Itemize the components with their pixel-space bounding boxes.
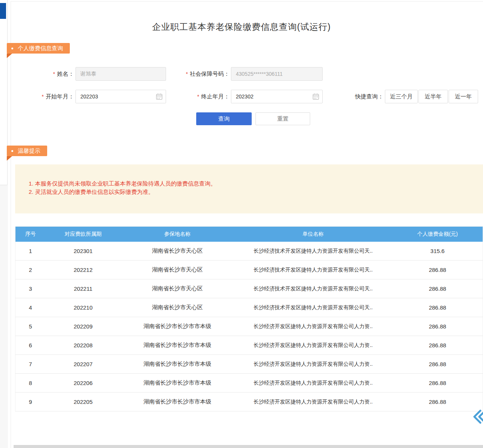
cell-employer: 长沙经济技术开发区捷特人力资源开发有限公司天.. <box>234 279 392 298</box>
cell-employer: 长沙经济开发区捷特人力资源开发有限公司人力资.. <box>234 393 392 411</box>
cell-seq: 6 <box>15 336 46 355</box>
header-amount: 个人缴费金额(元) <box>392 227 483 242</box>
tips-line-1: 1. 本服务仅提供尚未领取企业职工基本养老保险待遇人员的缴费信息查询。 <box>29 180 475 188</box>
calendar-icon[interactable] <box>155 93 163 100</box>
quick-query-label: 快捷查询： <box>340 90 383 103</box>
ssn-field[interactable] <box>231 67 323 81</box>
reset-button[interactable]: 重置 <box>255 112 310 125</box>
cell-insured-place: 湖南省长沙市长沙市市本级 <box>121 355 234 374</box>
table-row: 8 202206 湖南省长沙市长沙市市本级 长沙经济开发区捷特人力资源开发有限公… <box>15 374 483 393</box>
cell-insured-place: 湖南省长沙市天心区 <box>121 261 234 279</box>
double-chevron-left-icon[interactable] <box>470 408 483 425</box>
table-row: 1 202301 湖南省长沙市天心区 长沙经济技术开发区捷特人力资源开发有限公司… <box>15 242 483 261</box>
header-employer: 单位名称 <box>234 227 392 242</box>
table-row: 3 202211 湖南省长沙市天心区 长沙经济技术开发区捷特人力资源开发有限公司… <box>15 279 483 298</box>
cell-amount: 286.88 <box>392 336 483 355</box>
cell-amount: 286.88 <box>392 279 483 298</box>
cell-seq: 1 <box>15 242 46 261</box>
tips-notice-box: 1. 本服务仅提供尚未领取企业职工基本养老保险待遇人员的缴费信息查询。 2. 灵… <box>15 164 483 213</box>
start-month-label: *开始年月： <box>15 90 74 103</box>
sidebar-tab[interactable] <box>0 3 6 19</box>
cell-amount: 286.88 <box>392 298 483 317</box>
query-button[interactable]: 查询 <box>196 112 252 125</box>
cell-insured-place: 湖南省长沙市天心区 <box>121 279 234 298</box>
cell-amount: 286.88 <box>392 317 483 336</box>
cell-seq: 2 <box>15 261 46 279</box>
table-row: 6 202208 湖南省长沙市长沙市市本级 长沙经济开发区捷特人力资源开发有限公… <box>15 336 483 355</box>
bottom-scrollbar[interactable] <box>14 445 483 448</box>
cell-insured-place: 湖南省长沙市天心区 <box>121 298 234 317</box>
quick-option-last-3-months[interactable]: 近三个月 <box>385 90 418 103</box>
cell-insured-place: 湖南省长沙市长沙市市本级 <box>121 336 234 355</box>
header-insured-place: 参保地名称 <box>121 227 234 242</box>
payment-table: 序号 对应费款所属期 参保地名称 单位名称 个人缴费金额(元) 1 202301… <box>15 226 483 411</box>
cell-period: 202301 <box>45 242 121 261</box>
required-asterisk: * <box>197 94 199 100</box>
page-title: 企业职工基本养老保险缴费信息查询(试运行) <box>0 21 483 33</box>
cell-amount: 286.88 <box>392 355 483 374</box>
cell-amount: 286.88 <box>392 393 483 411</box>
cell-period: 202212 <box>45 261 121 279</box>
pension-query-page: 企业职工基本养老保险缴费信息查询(试运行) 个人缴费信息查询 *姓名： *社会保… <box>0 0 483 448</box>
ssn-label: *社会保障号码： <box>166 67 229 81</box>
end-month-field[interactable] <box>231 90 323 103</box>
section-badge-personal-query: 个人缴费信息查询 <box>7 43 70 54</box>
required-asterisk: * <box>42 94 44 100</box>
cell-period: 202206 <box>45 374 121 393</box>
required-asterisk: * <box>53 71 55 77</box>
bullet-dot-icon <box>11 48 13 49</box>
cell-employer: 长沙经济开发区捷特人力资源开发有限公司人力资.. <box>234 374 392 393</box>
cell-seq: 8 <box>15 374 46 393</box>
table-row: 2 202212 湖南省长沙市天心区 长沙经济技术开发区捷特人力资源开发有限公司… <box>15 261 483 279</box>
cell-period: 202207 <box>45 355 121 374</box>
left-rail-bottom <box>0 185 8 448</box>
cell-seq: 3 <box>15 279 46 298</box>
section-badge-tips: 温馨提示 <box>7 146 47 156</box>
cell-period: 202205 <box>45 393 121 411</box>
tips-line-2: 2. 灵活就业人员的缴费单位信息以实际缴费为准。 <box>29 188 475 196</box>
cell-employer: 长沙经济开发区捷特人力资源开发有限公司人力资.. <box>234 317 392 336</box>
header-seq: 序号 <box>15 227 46 242</box>
section-badge-label: 温馨提示 <box>18 147 40 154</box>
table-row: 7 202207 湖南省长沙市长沙市市本级 长沙经济开发区捷特人力资源开发有限公… <box>15 355 483 374</box>
table-header-row: 序号 对应费款所属期 参保地名称 单位名称 个人缴费金额(元) <box>15 227 483 242</box>
section-badge-label: 个人缴费信息查询 <box>18 45 63 51</box>
cell-insured-place: 湖南省长沙市长沙市市本级 <box>121 393 234 411</box>
quick-option-last-half-year[interactable]: 近半年 <box>418 90 448 103</box>
cell-employer: 长沙经济技术开发区捷特人力资源开发有限公司天.. <box>234 242 392 261</box>
table-row: 5 202209 湖南省长沙市长沙市市本级 长沙经济开发区捷特人力资源开发有限公… <box>15 317 483 336</box>
cell-seq: 4 <box>15 298 46 317</box>
cell-period: 202208 <box>45 336 121 355</box>
cell-employer: 长沙经济技术开发区捷特人力资源开发有限公司天.. <box>234 298 392 317</box>
cell-seq: 7 <box>15 355 46 374</box>
bullet-dot-icon <box>11 150 13 152</box>
cell-period: 202210 <box>45 298 121 317</box>
cell-period: 202211 <box>45 279 121 298</box>
header-period: 对应费款所属期 <box>45 227 121 242</box>
table-row: 4 202210 湖南省长沙市天心区 长沙经济技术开发区捷特人力资源开发有限公司… <box>15 298 483 317</box>
cell-period: 202209 <box>45 317 121 336</box>
cell-insured-place: 湖南省长沙市长沙市市本级 <box>121 374 234 393</box>
quick-option-last-year[interactable]: 近一年 <box>449 90 478 103</box>
cell-employer: 长沙经济开发区捷特人力资源开发有限公司人力资.. <box>234 336 392 355</box>
cell-insured-place: 湖南省长沙市长沙市市本级 <box>121 317 234 336</box>
cell-amount: 315.6 <box>392 242 483 261</box>
required-asterisk: * <box>186 71 188 77</box>
end-month-label: *终止年月： <box>166 90 229 103</box>
calendar-icon[interactable] <box>312 93 320 100</box>
name-label: *姓名： <box>15 67 74 81</box>
cell-employer: 长沙经济开发区捷特人力资源开发有限公司人力资.. <box>234 355 392 374</box>
start-month-field[interactable] <box>75 90 166 103</box>
cell-seq: 9 <box>15 393 46 411</box>
cell-seq: 5 <box>15 317 46 336</box>
cell-amount: 286.88 <box>392 374 483 393</box>
cell-insured-place: 湖南省长沙市天心区 <box>121 242 234 261</box>
name-field[interactable] <box>75 67 166 81</box>
table-row: 9 202205 湖南省长沙市长沙市市本级 长沙经济开发区捷特人力资源开发有限公… <box>15 393 483 411</box>
cell-employer: 长沙经济技术开发区捷特人力资源开发有限公司天.. <box>234 261 392 279</box>
cell-amount: 286.88 <box>392 261 483 279</box>
